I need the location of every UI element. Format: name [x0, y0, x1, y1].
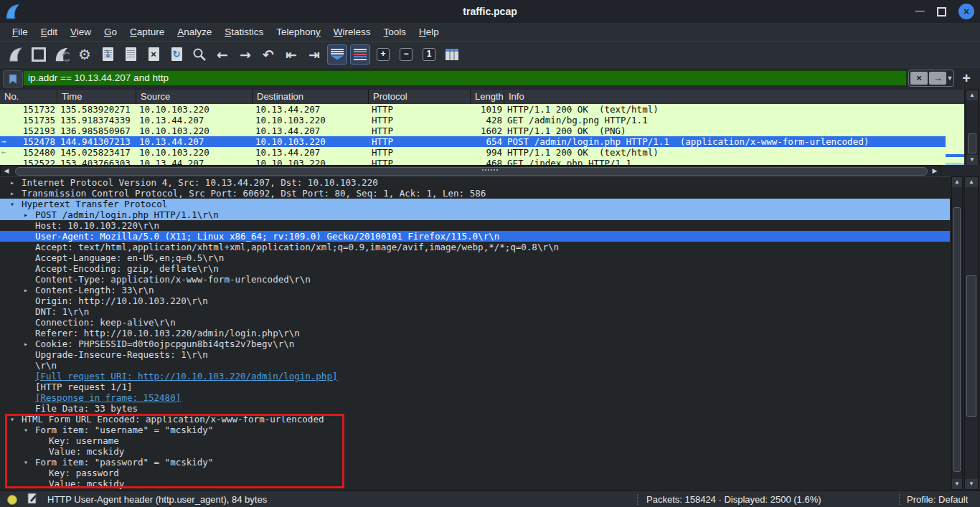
detail-row[interactable]: Referer: http://10.10.103.220/admin/logi…: [0, 328, 950, 338]
detail-row[interactable]: Key: username: [0, 435, 950, 446]
details-scrollbar[interactable]: ▲ ▼: [951, 176, 963, 490]
detail-row[interactable]: Value: mcskidy: [0, 478, 950, 489]
auto-scroll-icon[interactable]: [327, 44, 347, 65]
detail-row[interactable]: Accept: text/html,application/xhtml+xml,…: [0, 242, 950, 252]
scroll-down-icon[interactable]: ▼: [966, 155, 978, 165]
scroll-down-icon[interactable]: ▼: [952, 479, 962, 489]
expand-arrow-icon[interactable]: ▸: [24, 285, 28, 295]
minimize-button[interactable]: —: [913, 5, 927, 18]
detail-row[interactable]: ▾Hypertext Transfer Protocol: [0, 199, 950, 209]
detail-row[interactable]: ▾HTML Form URL Encoded: application/x-ww…: [0, 414, 950, 425]
packet-list-scrollbar[interactable]: ▲ ▼: [966, 90, 979, 166]
filter-bookmark-button[interactable]: [3, 70, 23, 87]
detail-row[interactable]: ▸Cookie: PHPSESSID=d0t0ojpcpgun8bi4qts2v…: [0, 338, 950, 349]
restart-capture-icon[interactable]: [52, 44, 72, 65]
packet-counts-status[interactable]: Packets: 158424 · Displayed: 2500 (1.6%): [637, 494, 899, 505]
detail-row[interactable]: Host: 10.10.103.220\r\n: [0, 220, 950, 231]
scroll-left-icon[interactable]: ◀: [2, 166, 11, 175]
go-forward-icon[interactable]: →: [235, 44, 255, 65]
detail-row[interactable]: [HTTP request 1/1]: [0, 382, 950, 392]
hscrollbar-thumb[interactable]: [15, 167, 928, 176]
packet-row[interactable]: →152478144.94130721310.13.44.20710.10.10…: [0, 136, 946, 147]
scroll-up-icon[interactable]: ▲: [965, 177, 978, 187]
menu-tools[interactable]: Tools: [377, 23, 413, 41]
detail-row[interactable]: ▾Form item: "username" = "mcskidy": [0, 425, 950, 435]
go-back-icon[interactable]: ←: [212, 44, 232, 65]
menu-telephony[interactable]: Telephony: [270, 23, 327, 41]
detail-row[interactable]: Content-Type: application/x-www-form-url…: [0, 274, 950, 285]
menu-wireless[interactable]: Wireless: [327, 23, 377, 41]
detail-row[interactable]: ▸Content-Length: 33\r\n: [0, 285, 950, 295]
column-header-protocol[interactable]: Protocol: [369, 90, 471, 104]
profile-status[interactable]: Profile: Default: [899, 494, 980, 505]
detail-row[interactable]: ▸Transmission Control Protocol, Src Port…: [0, 188, 950, 199]
menu-statistics[interactable]: Statistics: [218, 23, 270, 41]
detail-row[interactable]: \r\n: [0, 360, 950, 371]
detail-row[interactable]: File Data: 33 bytes: [0, 403, 950, 414]
menu-edit[interactable]: Edit: [34, 23, 64, 41]
zoom-in-icon[interactable]: +: [373, 44, 393, 65]
column-header-no[interactable]: No.: [0, 90, 57, 104]
filter-apply-button[interactable]: →: [929, 72, 946, 85]
menu-view[interactable]: View: [64, 23, 98, 41]
close-button[interactable]: ×: [958, 4, 974, 19]
detail-row[interactable]: Origin: http://10.10.103.220\r\n: [0, 295, 950, 306]
capture-options-icon[interactable]: ⚙: [75, 44, 95, 65]
zoom-out-icon[interactable]: −: [396, 44, 416, 65]
filter-clear-button[interactable]: ×: [910, 72, 928, 85]
scrollbar-thumb[interactable]: [953, 207, 961, 472]
scroll-up-icon[interactable]: ▲: [966, 90, 978, 100]
column-header-length[interactable]: Length: [471, 90, 504, 104]
detail-row[interactable]: Value: mcskidy: [0, 446, 950, 457]
open-file-icon[interactable]: ⤵: [98, 44, 118, 65]
expand-arrow-icon[interactable]: ▾: [24, 457, 28, 468]
menu-analyze[interactable]: Analyze: [171, 23, 218, 41]
expert-info-icon[interactable]: [7, 495, 17, 505]
detail-row[interactable]: Accept-Language: en-US,en;q=0.5\r\n: [0, 252, 950, 263]
column-header-source[interactable]: Source: [136, 90, 253, 104]
menu-help[interactable]: Help: [413, 23, 446, 41]
go-to-packet-icon[interactable]: ↶: [258, 44, 278, 65]
pane-splitter-grip[interactable]: [482, 169, 498, 171]
filter-add-button[interactable]: +: [958, 70, 974, 87]
display-filter-input[interactable]: ip.addr == 10.13.44.207 and http: [23, 70, 907, 86]
detail-row[interactable]: Key: password: [0, 468, 950, 478]
detail-row[interactable]: [Full request URI: http://10.10.103.220/…: [0, 371, 950, 382]
column-header-time[interactable]: Time: [57, 90, 136, 104]
packet-list-hscrollbar[interactable]: ◀ ▶: [0, 165, 941, 176]
scrollbar-thumb[interactable]: [966, 275, 976, 417]
resize-columns-icon[interactable]: [442, 44, 462, 65]
close-file-icon[interactable]: ×: [143, 44, 164, 65]
expand-arrow-icon[interactable]: ▸: [10, 177, 14, 188]
expand-arrow-icon[interactable]: ▾: [24, 425, 28, 435]
detail-row[interactable]: ▸Internet Protocol Version 4, Src: 10.13…: [0, 177, 950, 188]
intelligent-scrollbar-minimap[interactable]: [946, 104, 964, 166]
expand-arrow-icon[interactable]: ▸: [24, 209, 28, 220]
zoom-normal-icon[interactable]: 1: [419, 44, 439, 65]
scroll-right-icon[interactable]: ▶: [930, 166, 939, 175]
column-header-destination[interactable]: Destination: [253, 90, 369, 104]
column-header-info[interactable]: Info: [504, 90, 965, 104]
packet-row[interactable]: 152522153.40376630310.13.44.20710.10.103…: [0, 158, 946, 165]
detail-row[interactable]: ▸POST /admin/login.php HTTP/1.1\r\n: [0, 209, 950, 220]
go-first-packet-icon[interactable]: ⇤: [281, 44, 301, 65]
expand-arrow-icon[interactable]: ▾: [10, 199, 14, 209]
expand-arrow-icon[interactable]: ▾: [10, 414, 14, 425]
maximize-button[interactable]: [934, 5, 948, 18]
filter-apply-dropdown[interactable]: ▼: [946, 75, 953, 82]
detail-row[interactable]: [Response in frame: 152480]: [0, 392, 950, 403]
go-last-packet-icon[interactable]: ⇥: [304, 44, 324, 65]
detail-row[interactable]: ▾Form item: "password" = "mcskidy": [0, 457, 950, 468]
find-packet-icon[interactable]: [189, 44, 209, 65]
scroll-down-icon[interactable]: ▼: [965, 479, 978, 489]
scroll-up-icon[interactable]: ▲: [952, 177, 962, 187]
save-file-icon[interactable]: [121, 44, 141, 65]
scrollbar-thumb[interactable]: [968, 133, 976, 153]
detail-row[interactable]: DNT: 1\r\n: [0, 306, 950, 317]
menu-capture[interactable]: Capture: [123, 23, 171, 41]
menu-file[interactable]: File: [6, 23, 34, 41]
expand-arrow-icon[interactable]: ▸: [10, 188, 14, 199]
detail-row[interactable]: Upgrade-Insecure-Requests: 1\r\n: [0, 349, 950, 360]
packet-row[interactable]: ←152480145.02582341710.10.103.22010.13.4…: [0, 147, 946, 158]
detail-row[interactable]: Accept-Encoding: gzip, deflate\r\n: [0, 263, 950, 274]
